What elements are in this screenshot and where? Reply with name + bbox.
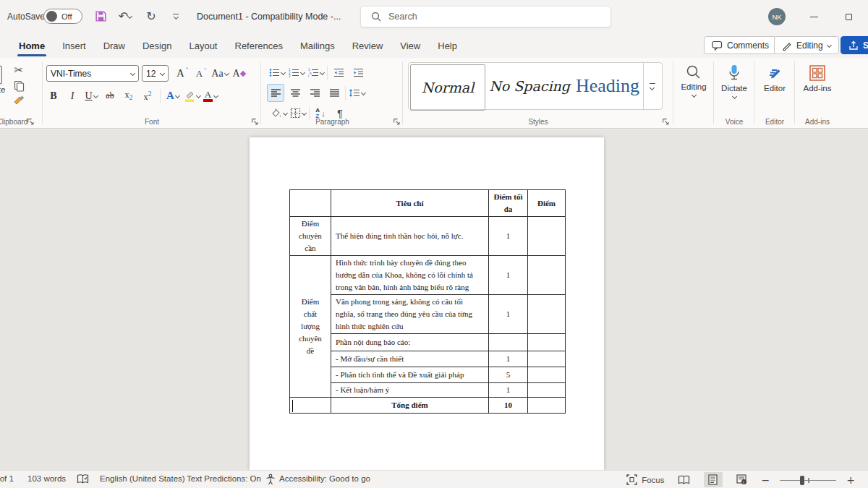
tab-help[interactable]: Help <box>429 33 466 58</box>
increase-indent-button[interactable] <box>349 64 367 82</box>
document-canvas[interactable]: Tiêu chí Điểm tối đa Điểm Điểm chuyên cầ… <box>0 129 868 470</box>
focus-icon <box>626 474 637 485</box>
customize-qat-button[interactable] <box>166 7 185 25</box>
language-indicator[interactable]: English (United States) <box>100 474 185 483</box>
font-dialog-launcher[interactable] <box>251 118 259 126</box>
customize-qat-icon <box>173 14 179 19</box>
score-cell <box>528 367 566 383</box>
accessibility-status[interactable]: Accessibility: Good to go <box>279 474 370 483</box>
zoom-in-button[interactable]: + <box>846 474 855 486</box>
chevron-down-icon <box>731 94 736 99</box>
numbered-list-icon: 123 <box>289 68 299 77</box>
avatar[interactable]: NK <box>768 8 786 25</box>
voice-group-label: Voice <box>715 118 754 126</box>
comments-button[interactable]: Comments <box>704 36 777 54</box>
grading-table[interactable]: Tiêu chí Điểm tối đa Điểm Điểm chuyên cầ… <box>289 189 566 414</box>
editing-mode-button[interactable]: Editing <box>774 36 839 54</box>
quality-group-cell: Điểm chất lượng chuyên đề <box>290 256 331 398</box>
subscript-button[interactable]: x2 <box>120 87 137 105</box>
paste-button[interactable]: Paste <box>0 64 5 98</box>
styles-group-label: Styles <box>404 118 673 126</box>
search-input[interactable]: Search <box>360 6 611 27</box>
align-center-button[interactable] <box>286 84 304 102</box>
font-name-value: VNI-Times <box>51 69 91 79</box>
restore-button[interactable] <box>836 7 861 27</box>
shrink-font-button[interactable]: Aˇ <box>192 64 210 82</box>
document-title: Document1 - Compatibility Mode -... <box>197 12 341 22</box>
justify-button[interactable] <box>326 84 343 102</box>
bold-button[interactable]: B <box>45 87 62 105</box>
format-painter-icon[interactable] <box>13 95 25 107</box>
underline-button[interactable]: U <box>82 87 100 105</box>
align-right-button[interactable] <box>306 84 323 102</box>
tab-view[interactable]: View <box>391 33 429 58</box>
word-count[interactable]: 103 words <box>27 474 66 483</box>
clear-formatting-button[interactable]: A <box>230 64 247 82</box>
proofing-icon[interactable] <box>77 474 89 485</box>
align-left-button[interactable] <box>267 84 284 102</box>
decrease-indent-button[interactable] <box>330 64 347 82</box>
tab-references[interactable]: References <box>226 33 292 58</box>
down-arrow-icon: ↓ <box>321 109 326 118</box>
tab-insert[interactable]: Insert <box>54 33 95 58</box>
microphone-icon <box>728 64 741 82</box>
total-value-cell: 10 <box>489 398 528 414</box>
font-color-button[interactable]: A <box>202 87 219 105</box>
line-spacing-button[interactable] <box>348 84 365 102</box>
tab-review[interactable]: Review <box>344 33 392 58</box>
save-button[interactable] <box>91 7 110 25</box>
chevron-down-icon <box>282 111 287 116</box>
tab-draw[interactable]: Draw <box>95 33 134 58</box>
zoom-slider[interactable] <box>780 475 836 485</box>
numbering-button[interactable]: 123 <box>288 64 305 82</box>
font-name-combo[interactable]: VNI-Times <box>46 65 139 82</box>
page-indicator[interactable]: Page 1 of 1 <box>0 474 14 483</box>
score-cell <box>528 295 566 334</box>
max-cell <box>489 334 528 351</box>
cut-icon[interactable]: ✂ <box>14 64 24 77</box>
read-mode-button[interactable] <box>675 472 694 487</box>
italic-button[interactable]: I <box>64 87 81 105</box>
editor-button[interactable]: Editor <box>755 58 794 93</box>
tab-design[interactable]: Design <box>134 33 180 58</box>
share-button[interactable]: Share <box>841 36 868 54</box>
ribbon: Paste ✂ Clipboard VNI-Times 12 Aˆ Aˇ Aa … <box>0 58 868 129</box>
editing-button-label: Editing <box>681 82 706 91</box>
redo-button[interactable]: ↻ <box>142 7 161 25</box>
clipboard-dialog-launcher[interactable] <box>27 118 35 126</box>
superscript-button[interactable]: x2 <box>139 87 156 105</box>
paragraph-dialog-launcher[interactable] <box>393 118 401 126</box>
red-color-bar <box>203 99 213 102</box>
grow-font-button[interactable]: Aˆ <box>174 64 191 82</box>
font-size-combo[interactable]: 12 <box>142 65 169 82</box>
tab-layout[interactable]: Layout <box>180 33 226 58</box>
copy-icon[interactable] <box>14 80 25 92</box>
tab-home[interactable]: Home <box>10 33 54 58</box>
focus-button[interactable]: Focus <box>626 474 664 485</box>
bullets-button[interactable] <box>268 64 286 82</box>
zoom-slider-thumb[interactable] <box>800 476 804 485</box>
zoom-out-button[interactable]: − <box>762 474 770 486</box>
text-predictions[interactable]: Text Predictions: On <box>187 474 261 483</box>
undo-button[interactable]: ↶ <box>113 7 137 25</box>
change-case-button[interactable]: Aa <box>211 64 229 82</box>
tab-mailings[interactable]: Mailings <box>292 33 344 58</box>
web-layout-button[interactable]: i <box>733 472 752 487</box>
style-heading[interactable]: Heading <box>572 63 643 109</box>
strikethrough-button[interactable]: ab <box>101 87 119 105</box>
print-layout-button[interactable] <box>704 472 723 487</box>
styles-more-button[interactable] <box>643 63 660 109</box>
dictate-button[interactable]: Dictate <box>715 58 754 98</box>
style-normal[interactable]: Normal <box>410 64 485 111</box>
style-no-spacing[interactable]: No Spacing <box>487 63 572 109</box>
multilevel-list-button[interactable]: 1ai <box>307 64 325 82</box>
text-effects-button[interactable]: A <box>164 87 182 105</box>
autosave-toggle[interactable]: Off <box>43 9 82 24</box>
editing-button[interactable]: Editing <box>674 58 713 97</box>
minimize-button[interactable] <box>801 7 826 27</box>
addins-button[interactable]: Add-ins <box>796 58 839 93</box>
document-page[interactable]: Tiêu chí Điểm tối đa Điểm Điểm chuyên cầ… <box>250 137 604 470</box>
chevron-down-icon <box>827 43 832 48</box>
highlight-button[interactable] <box>183 87 200 105</box>
styles-dialog-launcher[interactable] <box>662 118 670 126</box>
